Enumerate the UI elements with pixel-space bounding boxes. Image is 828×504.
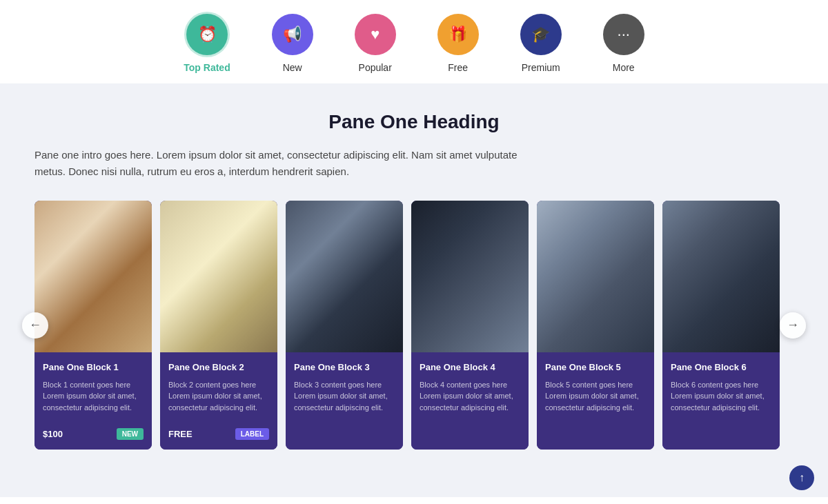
card-image-block-1	[34, 201, 152, 352]
card-text-block-6: Block 6 content goes here Lorem ipsum do…	[671, 379, 771, 414]
premium-icon: 🎓	[520, 14, 562, 55]
pane-heading: Pane One Heading	[34, 111, 793, 133]
card-body-block-1: Pane One Block 1Block 1 content goes her…	[34, 352, 152, 421]
nav-label-popular: Popular	[359, 62, 392, 73]
card-body-block-6: Pane One Block 6Block 6 content goes her…	[662, 352, 780, 450]
nav-label-more: More	[613, 62, 635, 73]
card-image-block-4	[411, 201, 529, 352]
nav-item-premium[interactable]: 🎓Premium	[520, 14, 562, 73]
card-badge-block-2: Label	[235, 428, 269, 440]
card-block-2[interactable]: Pane One Block 2Block 2 content goes her…	[160, 201, 277, 450]
card-price-block-2: FREE	[168, 429, 193, 439]
card-image-block-6	[662, 201, 780, 352]
card-text-block-3: Block 3 content goes here Lorem ipsum do…	[294, 379, 395, 414]
nav-item-popular[interactable]: ♥Popular	[355, 14, 396, 73]
card-image-block-5	[537, 201, 654, 352]
card-text-block-5: Block 5 content goes here Lorem ipsum do…	[545, 379, 646, 414]
nav-label-free: Free	[448, 62, 468, 73]
card-title-block-5: Pane One Block 5	[545, 362, 646, 374]
nav-label-new: New	[283, 62, 302, 73]
card-body-block-2: Pane One Block 2Block 2 content goes her…	[160, 352, 277, 421]
nav-item-top-rated[interactable]: ⏰Top Rated	[184, 14, 230, 73]
nav-label-top-rated: Top Rated	[184, 62, 230, 73]
popular-icon: ♥	[355, 14, 396, 55]
next-arrow[interactable]: →	[780, 312, 806, 339]
cards-container: Pane One Block 1Block 1 content goes her…	[34, 201, 793, 450]
scroll-to-top-button[interactable]: ↑	[789, 465, 814, 490]
new-icon: 📢	[272, 14, 313, 55]
card-body-block-4: Pane One Block 4Block 4 content goes her…	[411, 352, 529, 450]
nav-item-new[interactable]: 📢New	[272, 14, 313, 73]
top-nav: ⏰Top Rated📢New♥Popular🎁Free🎓Premium···Mo…	[0, 0, 828, 83]
cards-wrapper: ← Pane One Block 1Block 1 content goes h…	[34, 201, 793, 450]
card-title-block-1: Pane One Block 1	[43, 362, 144, 374]
top-rated-icon: ⏰	[186, 14, 228, 55]
card-footer-block-1: $100NEW	[34, 421, 152, 450]
card-title-block-6: Pane One Block 6	[671, 362, 771, 374]
card-image-block-2	[160, 201, 277, 352]
card-title-block-4: Pane One Block 4	[420, 362, 520, 374]
card-body-block-5: Pane One Block 5Block 5 content goes her…	[537, 352, 654, 450]
nav-label-premium: Premium	[522, 62, 560, 73]
main-content: Pane One Heading Pane one intro goes her…	[0, 83, 828, 497]
card-block-3[interactable]: Pane One Block 3Block 3 content goes her…	[286, 201, 403, 450]
card-block-1[interactable]: Pane One Block 1Block 1 content goes her…	[34, 201, 152, 450]
card-title-block-3: Pane One Block 3	[294, 362, 395, 374]
nav-item-free[interactable]: 🎁Free	[437, 14, 479, 73]
nav-item-more[interactable]: ···More	[603, 14, 644, 73]
free-icon: 🎁	[437, 14, 479, 55]
card-footer-block-2: FREELabel	[160, 421, 277, 450]
more-icon: ···	[603, 14, 644, 55]
card-block-6[interactable]: Pane One Block 6Block 6 content goes her…	[662, 201, 780, 450]
prev-arrow[interactable]: ←	[22, 312, 48, 339]
card-text-block-2: Block 2 content goes here Lorem ipsum do…	[168, 379, 269, 414]
card-title-block-2: Pane One Block 2	[168, 362, 269, 374]
card-text-block-4: Block 4 content goes here Lorem ipsum do…	[420, 379, 520, 414]
card-image-block-3	[286, 201, 403, 352]
card-block-5[interactable]: Pane One Block 5Block 5 content goes her…	[537, 201, 654, 450]
card-badge-block-1: NEW	[117, 428, 144, 440]
card-price-block-1: $100	[43, 429, 63, 439]
card-body-block-3: Pane One Block 3Block 3 content goes her…	[286, 352, 403, 450]
pane-intro: Pane one intro goes here. Lorem ipsum do…	[34, 147, 518, 180]
card-text-block-1: Block 1 content goes here Lorem ipsum do…	[43, 379, 144, 414]
card-block-4[interactable]: Pane One Block 4Block 4 content goes her…	[411, 201, 529, 450]
